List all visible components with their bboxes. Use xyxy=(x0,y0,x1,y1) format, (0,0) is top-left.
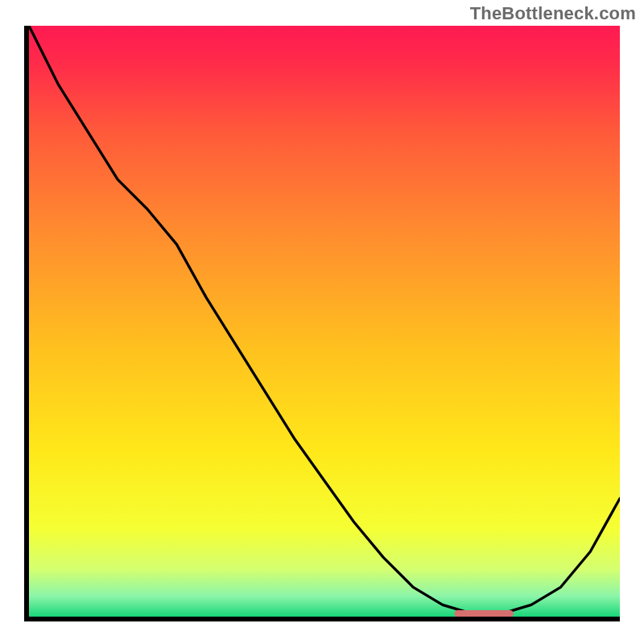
svg-rect-1 xyxy=(454,610,513,617)
sweet-spot-marker xyxy=(29,26,620,617)
chart-wrapper: TheBottleneck.com xyxy=(0,0,644,644)
watermark-text: TheBottleneck.com xyxy=(470,3,636,24)
plot-area xyxy=(24,26,620,621)
